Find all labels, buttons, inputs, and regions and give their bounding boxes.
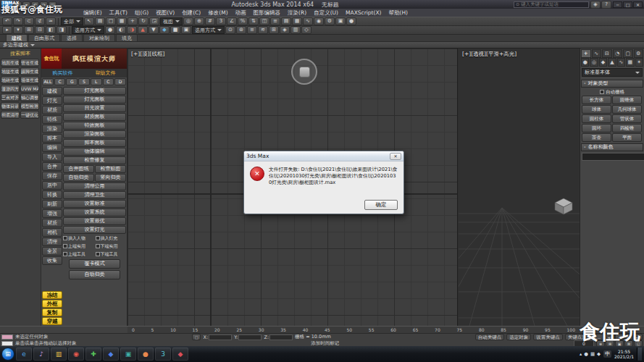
- filter-button[interactable]: ALL: [42, 78, 54, 85]
- plugin-button[interactable]: 设置灯光: [63, 226, 126, 234]
- script-button[interactable]: 地毯生成: [1, 67, 20, 75]
- quick-access-icon[interactable]: ↶: [31, 1, 39, 8]
- help-search[interactable]: ⊙: [514, 1, 589, 8]
- quick-access-icon[interactable]: ▸: [14, 1, 22, 8]
- category-button[interactable]: 居中: [42, 181, 62, 190]
- toolbar-icon[interactable]: ◐: [116, 26, 126, 34]
- command-panel-tab[interactable]: ∿: [592, 49, 602, 58]
- ok-button[interactable]: 确定: [364, 200, 398, 210]
- category-button[interactable]: 相机: [42, 228, 62, 237]
- view-gizmo-cube[interactable]: [553, 197, 574, 216]
- category-button[interactable]: 建模: [42, 87, 62, 96]
- z-field[interactable]: [269, 334, 293, 340]
- taskbar-icon[interactable]: ✚: [85, 348, 101, 361]
- primitive-button[interactable]: 平面: [612, 133, 642, 142]
- toolbar-icon[interactable]: ◉: [314, 17, 324, 25]
- script-button[interactable]: 彻底清理: [1, 111, 20, 119]
- plugin-button[interactable]: 清理卫生: [63, 191, 126, 199]
- toolbar-icon[interactable]: ◈: [280, 26, 290, 34]
- toolbar-icon[interactable]: ▣: [181, 26, 191, 34]
- script-button[interactable]: 轴心调整: [20, 93, 39, 101]
- category-button[interactable]: 收集: [42, 256, 62, 265]
- close-button[interactable]: ✕: [633, 1, 643, 8]
- yellow-tool-button[interactable]: 冻结: [42, 291, 62, 299]
- toolbar-icon[interactable]: %: [238, 17, 248, 25]
- category-button[interactable]: 材质: [42, 219, 62, 227]
- category-button[interactable]: 转换: [42, 190, 62, 199]
- primitive-button[interactable]: 圆柱体: [582, 114, 611, 123]
- key-filters-button[interactable]: 关键点过滤器...: [565, 334, 603, 340]
- plugin-checkbox[interactable]: 插入灯光: [96, 235, 127, 242]
- toolbar-icon[interactable]: ⊟: [35, 26, 45, 34]
- category-button[interactable]: 脚本: [42, 134, 62, 143]
- plugin-button[interactable]: 物体编辑: [63, 148, 126, 156]
- toolbar-icon[interactable]: 3: [216, 17, 226, 25]
- create-subtab[interactable]: ▲: [608, 58, 616, 67]
- toolbar-icon[interactable]: ◎: [183, 17, 193, 25]
- toolbar-icon[interactable]: #: [205, 17, 215, 25]
- primitive-button[interactable]: 圆环: [582, 124, 611, 132]
- rollout-object-type[interactable]: - 对象类型: [581, 80, 643, 88]
- create-subtab[interactable]: ●: [581, 58, 589, 67]
- mode-dropdown-1[interactable]: 选用方式: [72, 26, 104, 34]
- category-button[interactable]: 导入: [42, 153, 62, 161]
- script-button[interactable]: 一键优化: [20, 111, 39, 119]
- toolbar-icon[interactable]: ◨: [57, 26, 67, 34]
- script-button[interactable]: 踢脚生成: [20, 67, 39, 75]
- filter-button[interactable]: S: [78, 78, 90, 85]
- mode-dropdown-2[interactable]: 选用方式: [192, 26, 225, 34]
- checkbox-icon[interactable]: [600, 90, 604, 94]
- plugin-button[interactable]: 检查贴图: [95, 165, 126, 173]
- tray-icon[interactable]: ▴: [580, 351, 582, 357]
- toolbar-icon[interactable]: ●: [105, 26, 115, 34]
- primitive-button[interactable]: 球体: [582, 105, 611, 114]
- reference-coordinate-dropdown[interactable]: 视图: [160, 17, 183, 25]
- toolbar-icon[interactable]: ▸: [2, 26, 12, 34]
- command-panel-tab[interactable]: ⊟: [602, 49, 612, 58]
- toolbar-icon[interactable]: ⊚: [236, 26, 246, 34]
- category-button[interactable]: 灯光: [42, 96, 62, 105]
- toolbar-icon[interactable]: ≋: [258, 26, 268, 34]
- viewcube-face[interactable]: [299, 67, 310, 77]
- tray-icon[interactable]: ▦: [590, 351, 595, 357]
- taskbar-icon[interactable]: ◆: [103, 348, 119, 361]
- toolbar-icon[interactable]: ▲: [138, 26, 148, 34]
- primitive-button[interactable]: 茶壶: [582, 133, 611, 142]
- toolbar-icon[interactable]: ▤: [281, 17, 291, 25]
- category-button[interactable]: 清理: [42, 237, 62, 246]
- toolbar-icon[interactable]: ↷: [13, 17, 23, 25]
- plugin-big-button[interactable]: 覆卡模式: [69, 259, 120, 269]
- viewcube[interactable]: [291, 59, 317, 85]
- plugin-button[interactable]: 合并图纸: [63, 165, 94, 173]
- taskbar-icon[interactable]: ♪: [33, 348, 49, 361]
- playback-button[interactable]: ◄◄: [606, 334, 614, 340]
- toolbar-icon[interactable]: ●: [346, 17, 356, 25]
- toolbar-icon[interactable]: ▤: [95, 17, 105, 25]
- search-input[interactable]: [521, 1, 587, 7]
- maximize-button[interactable]: □: [623, 1, 632, 8]
- auto-key-button[interactable]: 自动关键点: [475, 334, 505, 340]
- script-button[interactable]: 物体目录: [1, 102, 20, 110]
- plugin-button[interactable]: 自动归类: [63, 174, 94, 182]
- create-subtab[interactable]: ◆: [599, 58, 607, 67]
- category-button[interactable]: 增强: [42, 209, 62, 218]
- menu-item[interactable]: 修改(M): [204, 9, 231, 17]
- set-key-button[interactable]: 设置关键点: [533, 334, 563, 340]
- menu-item[interactable]: 自定义(U): [310, 9, 342, 17]
- toolbar-icon[interactable]: ⇅: [248, 17, 259, 25]
- category-button[interactable]: 编辑: [42, 143, 62, 152]
- toolbar-icon[interactable]: ≡: [270, 17, 280, 25]
- plugin-button[interactable]: 检查修复: [63, 156, 126, 164]
- primitive-button[interactable]: 长方体: [582, 96, 611, 104]
- toolbar-icon[interactable]: ⊞: [269, 26, 279, 34]
- start-button[interactable]: ⊞: [1, 348, 14, 361]
- toolbar-icon[interactable]: ↶: [2, 17, 12, 25]
- script-button[interactable]: 漫游四方: [1, 85, 20, 93]
- plugin-checkbox[interactable]: 上端工具: [63, 251, 94, 258]
- show-desktop-button[interactable]: [637, 348, 642, 361]
- viewport-top-label[interactable]: [+][顶][线框]: [131, 51, 164, 58]
- buy-software-link[interactable]: 购买软件: [41, 69, 84, 77]
- toolbar-icon[interactable]: ▦: [117, 17, 127, 25]
- taskbar-icon[interactable]: 3: [155, 348, 171, 361]
- ribbon-tab[interactable]: 建模: [6, 34, 28, 41]
